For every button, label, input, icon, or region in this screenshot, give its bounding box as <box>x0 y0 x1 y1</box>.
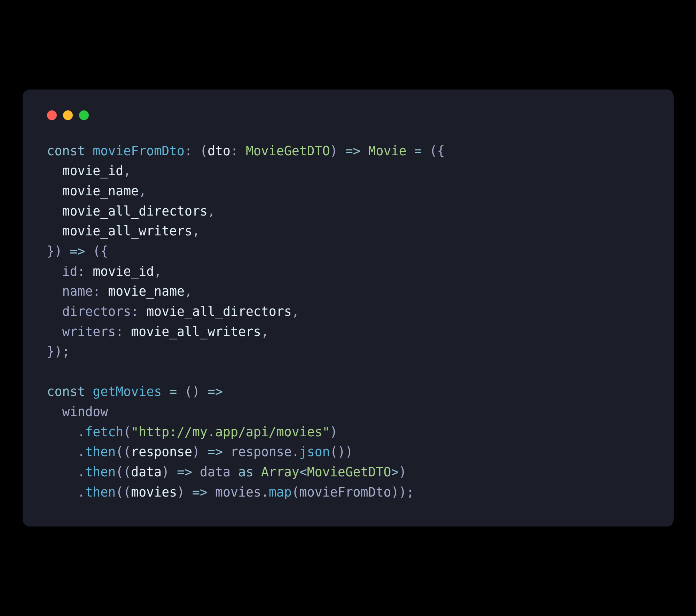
comma: , <box>208 204 215 219</box>
parens-empty: () <box>185 384 200 399</box>
semicolon: ; <box>62 344 70 359</box>
dot: . <box>77 444 85 459</box>
paren-close: ) <box>54 344 62 359</box>
colon: : <box>93 284 100 299</box>
comma: , <box>292 304 299 319</box>
arrow: => <box>208 444 223 459</box>
colon: : <box>77 264 85 279</box>
arrow: => <box>177 465 192 479</box>
arrow: => <box>208 384 223 399</box>
param-movies: movies <box>131 485 177 500</box>
paren-close: ) <box>162 465 169 479</box>
destruct-movie-all-writers: movie_all_writers <box>62 224 192 239</box>
dot: . <box>77 485 85 500</box>
dot: . <box>77 424 85 439</box>
parens-empty: () <box>330 444 345 459</box>
type-movie: Movie <box>368 143 407 158</box>
val-movie-name: movie_name <box>108 284 185 299</box>
destruct-movie-name: movie_name <box>62 184 139 198</box>
identifier-data: data <box>200 465 230 479</box>
code-window: const movieFromDto: (dto: MovieGetDTO) =… <box>23 89 674 527</box>
call-then: then <box>85 485 116 500</box>
paren-close: ) <box>399 485 406 500</box>
keyword-const: const <box>47 143 85 158</box>
angle-open: < <box>299 465 307 479</box>
brace-close: } <box>47 344 55 359</box>
paren-open: ( <box>123 465 131 479</box>
type-array: Array <box>261 465 299 479</box>
dot: . <box>292 444 299 459</box>
paren-open: ( <box>123 424 131 439</box>
paren-open: ( <box>292 485 299 500</box>
equals: = <box>414 143 422 158</box>
paren-close: ) <box>399 465 406 479</box>
keyword-as: as <box>238 465 253 479</box>
call-json: json <box>299 444 330 459</box>
dot: . <box>261 485 269 500</box>
semicolon: ; <box>406 485 414 500</box>
brace-close: } <box>47 244 55 259</box>
code-block: const movieFromDto: (dto: MovieGetDTO) =… <box>47 141 649 502</box>
colon: : <box>131 304 139 319</box>
comma: , <box>261 324 269 339</box>
equals: = <box>169 384 177 399</box>
arrow: => <box>70 244 85 259</box>
param-dto: dto <box>208 143 230 158</box>
arrow: => <box>345 143 361 158</box>
paren-open: ( <box>123 485 131 500</box>
identifier-movies: movies <box>215 485 261 500</box>
window-controls <box>47 110 649 120</box>
paren-open: ( <box>116 485 123 500</box>
key-writers: writers <box>62 324 116 339</box>
call-then: then <box>85 444 116 459</box>
paren-open: ( <box>429 143 437 158</box>
brace-open: { <box>437 143 445 158</box>
comma: , <box>192 224 200 239</box>
param-response: response <box>131 444 192 459</box>
type-moviegetdto: MovieGetDTO <box>246 143 330 158</box>
call-then: then <box>85 465 116 479</box>
string-url: "http://my.app/api/movies" <box>131 424 330 439</box>
comma: , <box>139 184 146 198</box>
paren-close: ) <box>192 444 200 459</box>
colon: : <box>116 324 123 339</box>
comma: , <box>185 284 192 299</box>
call-map: map <box>269 485 292 500</box>
colon: : <box>185 143 192 158</box>
paren-close: ) <box>54 244 62 259</box>
minimize-icon[interactable] <box>63 110 73 120</box>
dot: . <box>77 465 85 479</box>
paren-open: ( <box>116 465 123 479</box>
comma: , <box>123 163 131 178</box>
destruct-movie-all-directors: movie_all_directors <box>62 204 208 219</box>
brace-open: { <box>100 244 108 259</box>
close-icon[interactable] <box>47 110 57 120</box>
angle-close: > <box>391 465 399 479</box>
key-id: id <box>62 264 77 279</box>
fn-getmovies: getMovies <box>93 384 162 399</box>
keyword-const: const <box>47 384 85 399</box>
arrow: => <box>192 485 208 500</box>
paren-close: ) <box>345 444 353 459</box>
key-name: name <box>62 284 93 299</box>
val-movie-all-directors: movie_all_directors <box>146 304 292 319</box>
paren-close: ) <box>391 485 399 500</box>
destruct-movie-id: movie_id <box>62 163 123 178</box>
val-movie-id: movie_id <box>93 264 154 279</box>
identifier-moviefromdto: movieFromDto <box>299 485 391 500</box>
paren-open: ( <box>200 143 208 158</box>
paren-open: ( <box>93 244 100 259</box>
param-data: data <box>131 465 162 479</box>
paren-open: ( <box>123 444 131 459</box>
key-directors: directors <box>62 304 131 319</box>
zoom-icon[interactable] <box>79 110 89 120</box>
paren-close: ) <box>177 485 185 500</box>
identifier-window: window <box>62 404 108 419</box>
call-fetch: fetch <box>85 424 123 439</box>
paren-open: ( <box>116 444 123 459</box>
paren-close: ) <box>330 424 338 439</box>
type-moviegetdto: MovieGetDTO <box>307 465 391 479</box>
val-movie-all-writers: movie_all_writers <box>131 324 261 339</box>
identifier-response: response <box>230 444 292 459</box>
paren-close: ) <box>330 143 338 158</box>
